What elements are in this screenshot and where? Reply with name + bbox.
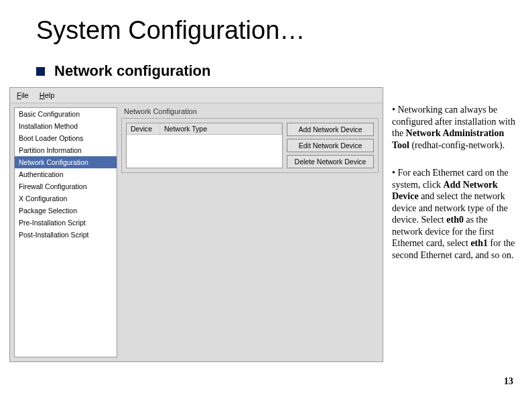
slide-title: System Configuration… <box>36 16 305 45</box>
notes-column: • Networking can always be configured af… <box>392 104 517 277</box>
note1-text-c: (redhat-config-network). <box>409 140 505 150</box>
edit-network-device-button[interactable]: Edit Network Device <box>287 139 374 152</box>
sidebar-item-boot-loader-options[interactable]: Boot Loader Options <box>15 132 117 144</box>
sidebar-item-post-installation-script[interactable]: Post-Installation Script <box>15 229 117 241</box>
app-window: FFileile HelpHelp Basic Configuration In… <box>9 87 383 362</box>
sidebar-item-installation-method[interactable]: Installation Method <box>15 120 117 132</box>
sidebar-item-partition-information[interactable]: Partition Information <box>15 144 117 156</box>
menu-help[interactable]: HelpHelp <box>40 91 55 99</box>
device-table: Device Network Type <box>126 123 283 168</box>
app-body: Basic Configuration Installation Method … <box>10 103 383 361</box>
bullet-square-icon <box>36 67 45 76</box>
sidebar-item-pre-installation-script[interactable]: Pre-Installation Script <box>15 217 117 229</box>
sidebar-item-network-configuration[interactable]: Network Configuration <box>15 156 117 168</box>
note-paragraph-2: • For each Ethernet card on the system, … <box>392 167 517 261</box>
group-box: Device Network Type Add Network Device E… <box>121 118 379 173</box>
subtitle-row: Network configuration <box>36 62 210 80</box>
sidebar-item-x-configuration[interactable]: X Configuration <box>15 192 117 205</box>
subtitle: Network configuration <box>54 62 210 80</box>
note2-bold-f: eth1 <box>470 238 488 248</box>
sidebar-item-basic-configuration[interactable]: Basic Configuration <box>15 108 117 120</box>
sidebar-item-package-selection[interactable]: Package Selection <box>15 205 117 217</box>
col-network-type[interactable]: Network Type <box>160 123 282 134</box>
note2-bold-d: eth0 <box>446 215 464 225</box>
note-paragraph-1: • Networking can always be configured af… <box>392 104 517 151</box>
sidebar-nav: Basic Configuration Installation Method … <box>14 107 117 357</box>
page-number: 13 <box>504 376 513 387</box>
menubar: FFileile HelpHelp <box>10 88 383 103</box>
sidebar-item-authentication[interactable]: Authentication <box>15 168 117 180</box>
group-label: Network Configuration <box>121 107 379 115</box>
col-device[interactable]: Device <box>127 123 160 134</box>
sidebar-item-firewall-configuration[interactable]: Firewall Configuration <box>15 180 117 192</box>
table-header: Device Network Type <box>127 123 282 135</box>
button-column: Add Network Device Edit Network Device D… <box>287 123 374 168</box>
main-panel: Network Configuration Device Network Typ… <box>121 107 379 357</box>
delete-network-device-button[interactable]: Delete Network Device <box>287 155 374 168</box>
add-network-device-button[interactable]: Add Network Device <box>287 123 374 136</box>
menu-file[interactable]: FFileile <box>17 91 29 99</box>
